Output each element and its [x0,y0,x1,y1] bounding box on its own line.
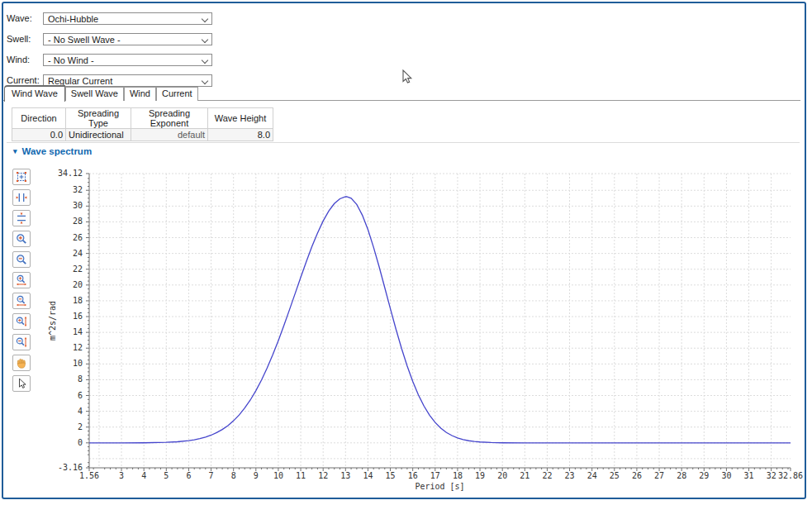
svg-text:0: 0 [78,438,83,447]
svg-text:22: 22 [542,471,552,480]
wave-spectrum-section-header[interactable]: ▾ Wave spectrum [13,146,92,156]
svg-text:4: 4 [141,471,146,480]
svg-text:30: 30 [73,201,83,210]
svg-text:13: 13 [340,471,350,480]
svg-text:16: 16 [408,471,418,480]
tab-wind[interactable]: Wind [124,87,156,101]
svg-text:12: 12 [318,471,328,480]
svg-text:17: 17 [430,471,440,480]
section-divider [7,142,800,143]
svg-text:2: 2 [78,422,83,431]
svg-text:32: 32 [767,471,776,480]
spreading-type-cell[interactable]: Unidirectional [66,129,131,141]
svg-text:11: 11 [296,471,306,480]
wave-height-cell[interactable]: 8.0 [208,129,273,141]
svg-text:18: 18 [73,296,83,305]
wind-type-select[interactable]: - No Wind - [43,54,212,66]
tab-swell-wave[interactable]: Swell Wave [65,87,124,101]
chevron-down-icon [202,15,208,21]
svg-text:31: 31 [744,471,754,480]
svg-text:28: 28 [73,217,83,226]
col-header-direction: Direction [12,108,66,129]
svg-text:19: 19 [475,471,485,480]
col-header-wave-height: Wave Height [208,108,273,129]
wave-label: Wave: [7,13,43,23]
col-header-spreading-exponent: Spreading Exponent [131,108,208,129]
wave-type-value: Ochi-Hubble [48,14,98,24]
svg-text:29: 29 [699,471,709,480]
tab-strip: Wind Wave Swell Wave Wind Current [4,86,198,101]
swell-type-value: - No Swell Wave - [48,35,121,45]
form-row-swell: Swell: - No Swell Wave - [7,32,212,45]
svg-text:m^2s/rad: m^2s/rad [48,301,57,341]
svg-text:32.86: 32.86 [778,471,803,480]
svg-text:5: 5 [164,471,169,480]
wave-type-select[interactable]: Ochi-Hubble [43,12,212,25]
svg-text:20: 20 [497,471,507,480]
svg-text:24: 24 [73,249,83,258]
svg-text:34.12: 34.12 [58,169,83,178]
wave-spectrum-chart[interactable]: 34.1232302826242220181614121086420-3.161… [0,157,805,503]
svg-text:1.56: 1.56 [79,471,99,480]
swell-label: Swell: [7,34,43,44]
svg-text:22: 22 [73,264,83,274]
svg-text:10: 10 [73,359,83,368]
swell-type-select[interactable]: - No Swell Wave - [43,33,212,45]
form-row-wind: Wind: - No Wind - [7,53,212,66]
tab-wind-wave[interactable]: Wind Wave [4,85,65,102]
svg-text:32: 32 [73,185,83,194]
tab-current[interactable]: Current [156,87,198,101]
table-header-row: Direction Spreading Type Spreading Expon… [12,108,273,129]
svg-text:26: 26 [632,471,642,480]
current-type-select[interactable]: Regular Current [43,74,212,87]
svg-text:Period [s]: Period [s] [415,482,464,491]
current-label: Current: [7,75,43,85]
spreading-exponent-cell[interactable]: default [131,129,208,141]
svg-text:24: 24 [587,471,597,480]
collapse-triangle-icon: ▾ [13,147,17,155]
svg-text:15: 15 [386,471,396,480]
svg-text:6: 6 [78,391,83,400]
svg-text:27: 27 [654,471,664,480]
svg-text:9: 9 [254,471,259,480]
spreading-table: Direction Spreading Type Spreading Expon… [12,107,273,141]
svg-text:14: 14 [363,471,373,480]
svg-text:26: 26 [73,233,83,242]
svg-text:8: 8 [78,374,83,384]
chevron-down-icon [202,36,208,42]
svg-text:6: 6 [186,471,191,480]
svg-text:25: 25 [610,471,620,480]
col-header-spreading-type: Spreading Type [66,108,131,129]
svg-text:8: 8 [231,471,236,480]
wind-label: Wind: [7,55,43,64]
form-row-wave: Wave: Ochi-Hubble [7,12,212,25]
wind-type-value: - No Wind - [48,55,94,65]
svg-text:21: 21 [520,471,529,480]
svg-text:18: 18 [453,471,463,480]
svg-text:30: 30 [721,471,731,480]
svg-text:28: 28 [677,471,686,480]
svg-text:16: 16 [73,312,83,321]
svg-text:23: 23 [565,471,575,480]
svg-text:12: 12 [73,343,83,352]
svg-text:4: 4 [78,407,83,416]
svg-text:10: 10 [273,471,283,480]
svg-text:14: 14 [73,327,83,336]
chevron-down-icon [202,77,208,83]
section-title: Wave spectrum [22,146,93,156]
svg-text:7: 7 [209,471,214,480]
direction-cell[interactable]: 0.0 [12,129,66,141]
current-type-value: Regular Current [48,76,112,86]
chevron-down-icon [202,56,208,63]
svg-text:3: 3 [119,471,124,480]
svg-text:20: 20 [73,280,83,289]
mouse-cursor-icon [399,69,414,86]
table-row: 0.0 Unidirectional default 8.0 [12,129,273,141]
